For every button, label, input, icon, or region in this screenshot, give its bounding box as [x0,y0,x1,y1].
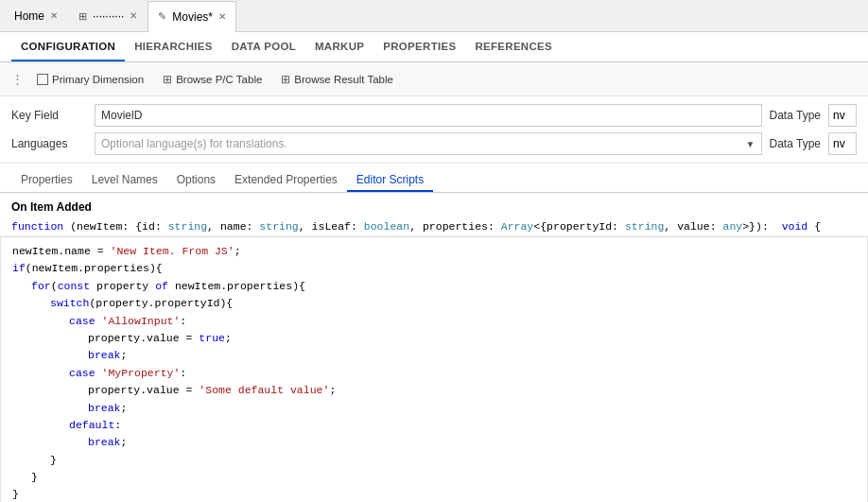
primary-dimension-btn[interactable]: Primary Dimension [31,72,149,87]
languages-datatype-value[interactable]: nv [828,132,857,155]
key-field-label: Key Field [11,109,87,122]
languages-dropdown-arrow[interactable]: ▼ [746,139,755,149]
toolbar-drag-handle[interactable]: ⋮ [11,72,24,86]
nav-properties[interactable]: PROPERTIES [373,32,465,61]
key-field-row: Key Field Data Type nv [11,104,857,127]
nav-markup[interactable]: MARKUP [305,32,373,61]
tab-home-close[interactable]: ✕ [50,11,58,21]
tab-movies[interactable]: ✎ Movies* ✕ [148,1,236,32]
sub-nav-extended-properties[interactable]: Extended Properties [225,169,347,192]
primary-dimension-checkbox[interactable] [37,74,48,85]
tab-movies-close[interactable]: ✕ [218,12,226,22]
nav-hierarchies[interactable]: HIERARCHIES [125,32,222,61]
tab-config2[interactable]: ⊞ ·········· ✕ [68,0,148,31]
tab-config2-icon: ⊞ [78,10,87,23]
browse-pc-table-icon: ⊞ [163,73,172,86]
code-line-7: case 'MyProperty': [12,365,856,382]
languages-row: Languages Optional language(s) for trans… [11,132,857,155]
code-line-9: break; [12,400,856,417]
code-line-2: for(const property of newItem.properties… [12,278,856,295]
key-field-datatype-value[interactable]: nv [828,104,857,127]
code-line-14: } [12,486,856,502]
sub-nav-level-names[interactable]: Level Names [82,169,167,192]
sub-nav-options[interactable]: Options [167,169,225,192]
browse-result-table-btn[interactable]: ⊞ Browse Result Table [275,71,399,88]
tab-movies-label: Movies* [172,10,213,24]
tab-home[interactable]: Home ✕ [4,0,68,31]
languages-label: Languages [11,137,87,150]
code-line-3: switch(property.propertyId){ [12,295,856,312]
languages-placeholder: Optional language(s) for translations. [101,137,287,150]
tab-movies-icon: ✎ [158,10,166,23]
code-line-0: newItem.name = 'New Item. From JS'; [12,243,856,260]
section-header: On Item Added [0,193,868,217]
key-field-input[interactable] [95,104,762,127]
sub-nav-editor-scripts[interactable]: Editor Scripts [347,169,433,192]
code-line-4: case 'AllowInput': [12,313,856,330]
code-line-10: default: [12,417,856,434]
browse-pc-table-btn[interactable]: ⊞ Browse P/C Table [157,71,268,88]
code-line-11: break; [12,434,856,451]
browse-result-table-icon: ⊞ [281,73,290,86]
languages-datatype-label: Data Type [770,137,821,150]
nav-configuration[interactable]: CONFIGURATION [11,32,125,61]
nav-bar: CONFIGURATION HIERARCHIES DATA POOL MARK… [0,32,868,62]
code-line-8: property.value = 'Some default value'; [12,382,856,399]
tab-config2-label: ·········· [93,9,124,23]
code-line-6: break; [12,347,856,364]
tab-home-label: Home [14,9,44,23]
code-line-5: property.value = true; [12,330,856,347]
tab-bar: Home ✕ ⊞ ·········· ✕ ✎ Movies* ✕ [0,0,868,32]
toolbar: ⋮ Primary Dimension ⊞ Browse P/C Table ⊞… [0,62,868,96]
nav-references[interactable]: REFERENCES [465,32,562,61]
languages-input[interactable]: Optional language(s) for translations. ▼ [95,132,762,155]
code-line-12: } [12,452,856,469]
tab-config2-close[interactable]: ✕ [130,11,137,21]
code-line-13: } [12,469,856,486]
code-area[interactable]: newItem.name = 'New Item. From JS'; if(n… [0,236,868,502]
key-field-datatype-label: Data Type [770,109,821,122]
code-line-1: if(newItem.properties){ [12,260,856,277]
form-section: Key Field Data Type nv Languages Optiona… [0,96,868,164]
nav-datapool[interactable]: DATA POOL [222,32,305,61]
sub-nav: Properties Level Names Options Extended … [0,164,868,193]
sub-nav-properties[interactable]: Properties [11,169,82,192]
code-signature: function (newItem: {id: string, name: st… [0,217,868,236]
